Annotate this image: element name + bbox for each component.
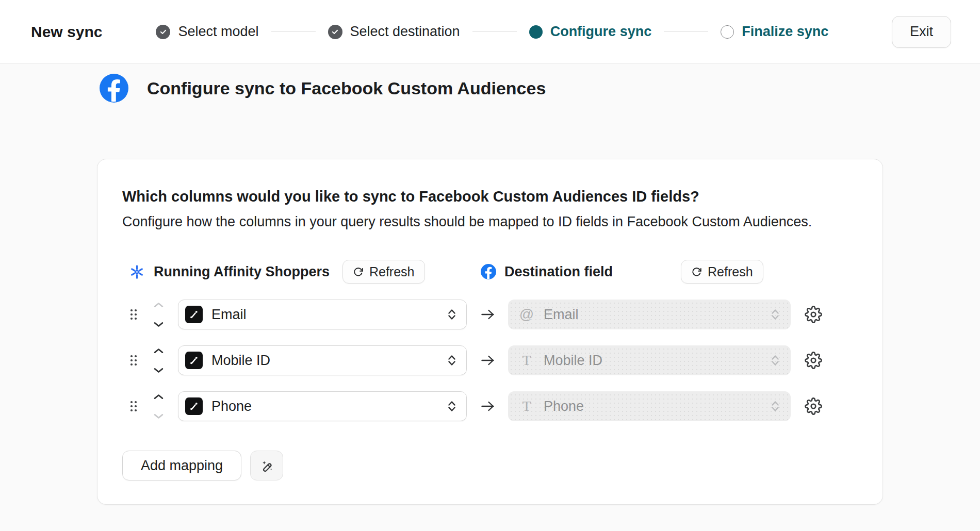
facebook-icon (100, 74, 128, 103)
field-settings-button[interactable] (805, 352, 822, 369)
source-column-value: Mobile ID (211, 353, 438, 369)
select-chevrons-icon (447, 308, 457, 321)
arrow-right-icon (481, 401, 495, 412)
source-model-name: Running Affinity Shoppers (154, 264, 330, 280)
source-column-value: Email (211, 307, 438, 323)
magic-wand-icon (260, 459, 274, 473)
source-column-select[interactable]: Mobile ID (178, 345, 467, 375)
select-chevrons-icon (770, 308, 780, 321)
arrow-right-icon (481, 309, 495, 320)
column-type-icon (185, 397, 203, 415)
arrow-right-icon (481, 355, 495, 366)
destination-field-label: Destination field (504, 264, 613, 280)
facebook-icon (481, 264, 496, 279)
chevron-down-icon (154, 368, 164, 373)
select-chevrons-icon (770, 400, 780, 413)
destination-field-select-disabled: T Mobile ID (508, 345, 791, 375)
drag-handle-icon[interactable] (129, 308, 138, 321)
wizard-stepper: Select model Select destination Configur… (156, 24, 828, 40)
step-label: Configure sync (550, 24, 652, 40)
step-configure-sync[interactable]: Configure sync (529, 24, 652, 40)
select-chevrons-icon (447, 400, 457, 413)
gear-icon (805, 306, 822, 323)
exit-button[interactable]: Exit (892, 16, 951, 48)
at-sign-icon: @ (518, 306, 535, 323)
field-settings-button[interactable] (805, 306, 822, 323)
page-title: New sync (31, 23, 102, 41)
row-reorder-controls (153, 393, 164, 419)
refresh-source-button[interactable]: Refresh (342, 260, 425, 284)
select-chevrons-icon (770, 354, 780, 367)
column-mapping-card: Which columns would you like to sync to … (97, 159, 883, 505)
check-icon (328, 25, 342, 39)
step-connector (271, 31, 316, 32)
step-label: Finalize sync (742, 24, 828, 40)
refresh-destination-button[interactable]: Refresh (681, 260, 763, 284)
refresh-icon (353, 267, 364, 277)
text-type-icon: T (518, 398, 535, 414)
row-reorder-controls (153, 347, 164, 373)
gear-icon (805, 397, 822, 415)
gear-icon (805, 352, 822, 369)
move-down-button[interactable] (154, 321, 164, 327)
step-connector (472, 31, 517, 32)
step-label: Select destination (350, 24, 460, 40)
card-subheading: Configure how the columns in your query … (122, 214, 858, 230)
chevron-down-icon (154, 413, 164, 419)
mapping-actions: Add mapping (122, 451, 858, 480)
source-column-value: Phone (211, 399, 438, 414)
column-type-icon (185, 352, 203, 369)
active-step-dot-icon (529, 25, 543, 39)
step-select-model[interactable]: Select model (156, 24, 258, 40)
sync-wizard-screen: New sync Select model Select destination… (0, 0, 980, 531)
move-up-button[interactable] (154, 393, 164, 400)
drag-handle-icon[interactable] (129, 354, 138, 367)
add-mapping-button[interactable]: Add mapping (122, 451, 241, 480)
destination-field-value: Email (544, 307, 761, 323)
source-column-select[interactable]: Email (178, 300, 467, 329)
move-down-button[interactable] (154, 367, 164, 373)
move-up-button[interactable] (154, 302, 164, 308)
drag-handle-icon[interactable] (129, 400, 138, 412)
step-connector (664, 31, 708, 32)
card-heading: Which columns would you like to sync to … (122, 188, 858, 205)
destination-title-row: Configure sync to Facebook Custom Audien… (100, 74, 980, 103)
destination-field-value: Mobile ID (544, 353, 761, 369)
move-up-button[interactable] (154, 347, 164, 354)
chevron-up-icon (154, 394, 164, 400)
destination-column-header: Destination field Refresh (481, 260, 823, 284)
field-settings-button[interactable] (805, 397, 822, 415)
configure-sync-title: Configure sync to Facebook Custom Audien… (147, 78, 546, 98)
step-select-destination[interactable]: Select destination (328, 24, 460, 40)
text-type-icon: T (518, 352, 535, 369)
step-finalize-sync[interactable]: Finalize sync (721, 24, 828, 40)
wizard-header: New sync Select model Select destination… (0, 0, 980, 64)
destination-field-select-disabled: @ Email (508, 300, 791, 329)
source-column-select[interactable]: Phone (178, 391, 467, 421)
refresh-icon (691, 267, 702, 277)
auto-map-button[interactable] (250, 451, 283, 480)
empty-step-circle-icon (721, 25, 734, 39)
check-icon (156, 25, 170, 39)
destination-field-select-disabled: T Phone (508, 391, 791, 421)
destination-field-value: Phone (544, 399, 761, 414)
select-chevrons-icon (447, 354, 457, 367)
move-down-button[interactable] (154, 413, 164, 419)
step-label: Select model (178, 24, 258, 40)
chevron-up-icon (154, 302, 164, 308)
row-reorder-controls (153, 302, 164, 327)
mapping-grid: Running Affinity Shoppers Refresh Destin… (122, 260, 858, 421)
chevron-up-icon (154, 348, 164, 354)
snowflake-icon (129, 264, 144, 279)
chevron-down-icon (154, 322, 164, 327)
column-type-icon (185, 306, 203, 323)
source-column-header: Running Affinity Shoppers Refresh (129, 260, 467, 284)
